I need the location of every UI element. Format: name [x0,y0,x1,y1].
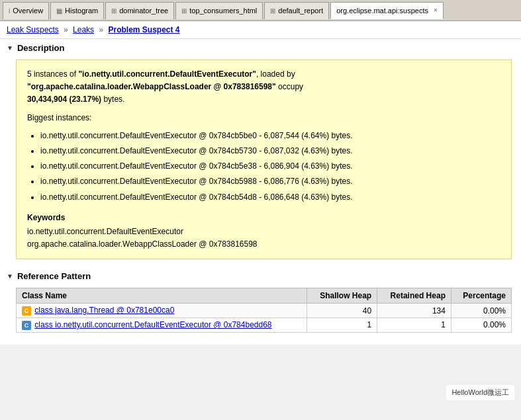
list-item: io.netty.util.concurrent.DefaultEventExe… [40,130,500,142]
top-consumers-icon: ⊞ [181,7,187,15]
loader-bold: "org.apache.catalina.loader.WebappClassL… [27,82,276,91]
instances-list: io.netty.util.concurrent.DefaultEventExe… [40,130,500,204]
table-cell-class-1: C class java.lang.Thread @ 0x781e00ca0 [17,304,307,318]
table-cell-class-2: C class io.netty.util.concurrent.Default… [17,318,307,333]
table-cell-retained-2: 1 [377,318,451,333]
keywords-title: Keywords [27,212,500,224]
tab-suspects[interactable]: org.eclipse.mat.api:suspects × [330,2,444,19]
tab-top-consumers[interactable]: ⊞ top_consumers_html [175,2,263,19]
breadcrumb-current: Problem Suspect 4 [109,25,180,34]
histogram-icon: ▦ [56,7,62,15]
table-row: C class java.lang.Thread @ 0x781e00ca0 4… [17,304,512,318]
overview-icon: i [9,7,10,15]
col-header-percentage: Percentage [451,288,511,304]
tab-overview[interactable]: i Overview [3,2,49,19]
reference-table: Class Name Shallow Heap Retained Heap Pe… [16,288,512,333]
reference-title: Reference Pattern [17,271,91,281]
keywords-section: Keywords io.netty.util.concurrent.Defaul… [27,212,500,251]
breadcrumb: Leak Suspects » Leaks » Problem Suspect … [0,21,521,39]
default-report-icon: ⊞ [270,7,275,15]
breadcrumb-leak-suspects[interactable]: Leak Suspects [7,25,59,34]
breadcrumb-leaks[interactable]: Leaks [73,25,94,34]
intro-text: 5 instances of [27,69,78,79]
separator-1: » [64,25,68,34]
description-intro-paragraph: 5 instances of "io.netty.util.concurrent… [27,68,500,106]
class-link-1[interactable]: class java.lang.Thread @ 0x781e00ca0 [34,306,174,315]
reference-arrow: ▼ [7,273,13,280]
dominator-icon: ⊞ [111,7,117,15]
tab-top-consumers-label: top_consumers_html [189,7,257,15]
biggest-label-text: Biggest instances: [27,113,91,122]
list-item: io.netty.util.concurrent.DefaultEventExe… [40,145,500,157]
size-bold: 30,434,904 (23.17%) [27,95,101,104]
description-arrow: ▼ [7,44,13,52]
table-cell-percentage-1: 0.00% [451,304,511,318]
description-section-header[interactable]: ▼ Description [0,39,521,57]
tab-bar: i Overview ▦ Histogram ⊞ dominator_tree … [0,0,521,21]
reference-section-header[interactable]: ▼ Reference Pattern [0,267,521,285]
row-icon-2: C [22,321,31,330]
keyword-1: io.netty.util.concurrent.DefaultEventExe… [27,226,500,238]
table-cell-retained-1: 134 [377,304,451,318]
tab-suspects-close[interactable]: × [434,7,438,14]
list-item: io.netty.util.concurrent.DefaultEventExe… [40,175,500,188]
table-cell-shallow-2: 1 [307,318,377,333]
tab-default-report-label: default_report [278,7,323,15]
description-box: 5 instances of "io.netty.util.concurrent… [16,60,512,259]
reference-section: ▼ Reference Pattern Class Name Shallow H… [0,267,521,345]
table-cell-percentage-2: 0.00% [451,318,511,333]
keyword-2: org.apache.catalina.loader.WebappClassLo… [27,238,500,251]
tab-suspects-label: org.eclipse.mat.api:suspects [336,7,428,15]
separator-2: » [99,25,103,34]
class-name-bold: "io.netty.util.concurrent.DefaultEventEx… [78,69,256,79]
list-item: io.netty.util.concurrent.DefaultEventExe… [40,191,500,204]
col-header-retained: Retained Heap [377,288,451,304]
col-header-class: Class Name [17,288,307,304]
table-row: C class io.netty.util.concurrent.Default… [17,318,512,333]
bytes-text: bytes. [101,95,124,104]
tab-default-report[interactable]: ⊞ default_report [264,2,329,19]
main-content: ▼ Description 5 instances of "io.netty.u… [0,39,521,345]
col-header-shallow: Shallow Heap [307,288,377,304]
class-link-2[interactable]: class io.netty.util.concurrent.DefaultEv… [34,320,271,329]
tab-histogram[interactable]: ▦ Histogram [50,2,104,19]
description-title: Description [17,43,65,53]
table-cell-shallow-1: 40 [307,304,377,318]
occupy-text: occupy [276,82,303,91]
row-icon-1: C [22,306,31,315]
biggest-instances-label: Biggest instances: [27,112,500,124]
table-header-row: Class Name Shallow Heap Retained Heap Pe… [17,288,512,304]
tab-dominator-label: dominator_tree [119,7,168,15]
tab-dominator-tree[interactable]: ⊞ dominator_tree [105,2,174,19]
tab-overview-label: Overview [13,7,43,15]
tab-histogram-label: Histogram [65,7,98,15]
loaded-by-text: , loaded by [256,69,295,79]
list-item: io.netty.util.concurrent.DefaultEventExe… [40,160,500,173]
